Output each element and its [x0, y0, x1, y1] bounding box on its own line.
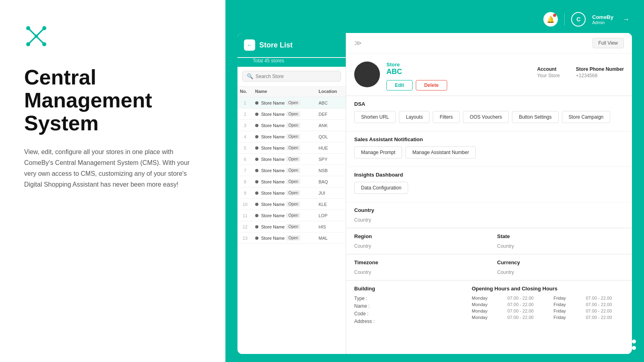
phone-label: Store Phone Number	[576, 66, 624, 72]
col-name: Name	[253, 86, 316, 97]
row-location: SPY	[316, 154, 346, 165]
user-name: ComeBy	[592, 14, 613, 20]
row-store: Store Name Open	[253, 97, 316, 109]
table-row[interactable]: 2 Store Name Open DEF	[237, 109, 346, 120]
store-detail-panel: ≫ Full View Store ABC Edit Delete Accoun…	[346, 33, 632, 354]
row-location: KLE	[316, 199, 346, 210]
edit-button[interactable]: Edit	[386, 80, 413, 90]
row-store: Store Name Open	[253, 232, 316, 244]
notification-bell[interactable]: 🔔	[543, 12, 558, 27]
top-bar: 🔔 C ComeBy Admin →	[237, 12, 632, 27]
detail-topbar: ≫ Full View	[346, 33, 632, 53]
timezone-value: Country	[354, 269, 481, 275]
row-store: Store Name Open	[253, 210, 316, 221]
row-location: MAL	[316, 232, 346, 244]
store-avatar	[354, 62, 380, 87]
dsa-title: DSA	[354, 101, 624, 107]
hours-day: Monday	[472, 302, 500, 307]
dot-2	[625, 339, 630, 343]
col-no: No.	[237, 86, 253, 97]
row-no: 5	[237, 142, 253, 154]
hours-time: 07.00 - 22.00	[508, 315, 546, 320]
store-edit-buttons: Edit Delete	[386, 80, 530, 90]
region-state-row: Region Country State Country	[346, 228, 632, 254]
logout-button[interactable]: →	[620, 13, 632, 25]
table-row[interactable]: 8 Store Name Open BAQ	[237, 176, 346, 187]
hours-time: 07.00 - 22.00	[586, 309, 624, 313]
search-input[interactable]	[256, 74, 336, 79]
table-row[interactable]: 12 Store Name Open HIS	[237, 221, 346, 232]
hours-time: 07.00 - 22.00	[586, 302, 624, 307]
row-no: 11	[237, 210, 253, 221]
opening-hours-section: Opening Hours and Closing Hours Monday07…	[464, 280, 632, 331]
sales-notification-section: Sales Assistant Notification Manage Prom…	[346, 131, 632, 167]
back-button[interactable]: ←	[244, 39, 255, 51]
row-location: LOP	[316, 210, 346, 221]
search-icon: 🔍	[247, 73, 253, 79]
filters-button[interactable]: Filters	[433, 111, 460, 123]
search-container: 🔍	[237, 67, 346, 86]
hours-day: Friday	[553, 309, 578, 313]
table-row[interactable]: 3 Store Name Open ANK	[237, 120, 346, 131]
opening-hours-title: Opening Hours and Closing Hours	[472, 286, 624, 292]
table-row[interactable]: 1 Store Name Open ABC	[237, 97, 346, 109]
hours-day: Monday	[472, 309, 500, 313]
logo	[24, 24, 201, 66]
hours-day: Monday	[472, 315, 500, 320]
state-title: State	[497, 233, 624, 239]
building-type-label: Type :	[354, 296, 378, 301]
dot-3	[632, 339, 636, 343]
row-store: Store Name Open	[253, 176, 316, 187]
country-title: Country	[354, 207, 624, 213]
sales-notification-buttons: Manage Prompt Manage Assistant Number	[354, 146, 624, 158]
building-code-row: Code :	[354, 311, 456, 317]
timezone-section: Timezone Country	[346, 254, 489, 280]
table-row[interactable]: 7 Store Name Open NSB	[237, 165, 346, 176]
breadcrumb-icon: ≫	[354, 39, 362, 47]
table-row[interactable]: 5 Store Name Open HUE	[237, 142, 346, 154]
shorten-url-button[interactable]: Shorten URL	[354, 111, 396, 123]
currency-title: Currency	[497, 259, 624, 265]
state-section: State Country	[489, 228, 632, 254]
logout-icon: →	[622, 15, 630, 24]
app-description: View, edit, configure all your stores in…	[24, 146, 201, 190]
table-row[interactable]: 6 Store Name Open SPY	[237, 154, 346, 165]
row-no: 3	[237, 120, 253, 131]
layouts-button[interactable]: Layouts	[399, 111, 429, 123]
table-row[interactable]: 13 Store Name Open MAL	[237, 232, 346, 244]
row-no: 13	[237, 232, 253, 244]
row-no: 8	[237, 176, 253, 187]
dot-6	[632, 346, 636, 350]
account-label: Account	[537, 66, 559, 72]
row-location: QOL	[316, 131, 346, 142]
account-info: Account Your Store	[537, 62, 559, 83]
oos-vouchers-button[interactable]: OOS Vouchers	[463, 111, 509, 123]
row-no: 2	[237, 109, 253, 120]
phone-value: +1234568	[576, 73, 624, 78]
delete-button[interactable]: Delete	[416, 80, 447, 90]
row-store: Store Name Open	[253, 154, 316, 165]
table-row[interactable]: 4 Store Name Open QOL	[237, 131, 346, 142]
country-value: Country	[354, 217, 624, 223]
hours-time: 07.00 - 22.00	[508, 296, 546, 300]
full-view-button[interactable]: Full View	[592, 38, 624, 48]
table-row[interactable]: 10 Store Name Open KLE	[237, 199, 346, 210]
store-label: Store	[386, 62, 530, 68]
button-settings-button[interactable]: Button Settings	[512, 111, 558, 123]
row-no: 10	[237, 199, 253, 210]
store-list-header: ← Store List	[237, 33, 346, 57]
manage-prompt-button[interactable]: Manage Prompt	[354, 146, 402, 158]
row-no: 9	[237, 187, 253, 199]
data-configuration-button[interactable]: Data Configuration	[354, 182, 408, 194]
building-title: Building	[354, 286, 456, 292]
building-code-label: Code :	[354, 311, 378, 317]
hours-day: Friday	[553, 315, 578, 320]
store-campaign-button[interactable]: Store Campaign	[562, 111, 611, 123]
store-table: No. Name Location 1 Store Name Open ABC	[237, 86, 346, 354]
row-location: NSB	[316, 165, 346, 176]
row-location: ANK	[316, 120, 346, 131]
table-row[interactable]: 11 Store Name Open LOP	[237, 210, 346, 221]
app-title: Central Management System	[24, 66, 201, 135]
table-row[interactable]: 9 Store Name Open JUI	[237, 187, 346, 199]
manage-assistant-number-button[interactable]: Manage Assistant Number	[405, 146, 476, 158]
